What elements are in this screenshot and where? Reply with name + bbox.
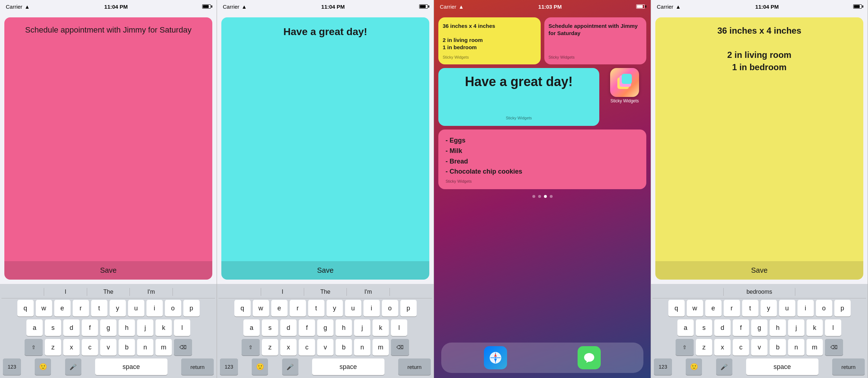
key-w-1[interactable]: w [36, 300, 52, 317]
key-g-1[interactable]: g [100, 319, 116, 336]
delete-key-4[interactable]: ⌫ [825, 339, 843, 356]
key-b-4[interactable]: b [770, 339, 786, 356]
key-l-1[interactable]: l [174, 319, 190, 336]
key-g-2[interactable]: g [317, 319, 333, 336]
key-m-4[interactable]: m [807, 339, 823, 356]
key-i-2[interactable]: i [363, 300, 380, 317]
key-h-4[interactable]: h [770, 319, 786, 336]
key-p-1[interactable]: p [183, 300, 200, 317]
key-q-1[interactable]: q [17, 300, 34, 317]
key-c-1[interactable]: c [82, 339, 98, 356]
key-x-2[interactable]: x [280, 339, 297, 356]
key-d-2[interactable]: d [280, 319, 297, 336]
key-e-1[interactable]: e [54, 300, 71, 317]
key-n-4[interactable]: n [788, 339, 804, 356]
key-a-1[interactable]: a [26, 319, 43, 336]
key-n-2[interactable]: n [354, 339, 370, 356]
safari-icon[interactable] [484, 346, 507, 369]
key-123-4[interactable]: 123 [654, 358, 672, 375]
key-o-2[interactable]: o [382, 300, 398, 317]
key-t-4[interactable]: t [742, 300, 758, 317]
return-key-1[interactable]: return [181, 358, 214, 375]
key-q-4[interactable]: q [668, 300, 685, 317]
note-text-1[interactable]: Schedule appointment with Jimmy for Satu… [4, 17, 212, 261]
key-a-4[interactable]: a [677, 319, 694, 336]
key-y-4[interactable]: y [761, 300, 777, 317]
key-m-2[interactable]: m [373, 339, 389, 356]
mic-key-2[interactable]: 🎤 [282, 358, 298, 375]
key-z-4[interactable]: z [696, 339, 712, 356]
key-u-2[interactable]: u [345, 300, 361, 317]
key-z-2[interactable]: z [262, 339, 278, 356]
return-key-2[interactable]: return [398, 358, 431, 375]
key-p-2[interactable]: p [400, 300, 417, 317]
key-n-1[interactable]: n [137, 339, 153, 356]
key-x-1[interactable]: x [63, 339, 80, 356]
mic-key-1[interactable]: 🎤 [65, 358, 81, 375]
key-j-1[interactable]: j [137, 319, 153, 336]
key-o-1[interactable]: o [165, 300, 181, 317]
key-u-4[interactable]: u [779, 300, 795, 317]
key-h-2[interactable]: h [336, 319, 352, 336]
space-key-1[interactable]: space [95, 358, 167, 375]
key-t-1[interactable]: t [91, 300, 107, 317]
return-key-4[interactable]: return [832, 358, 865, 375]
key-x-4[interactable]: x [714, 339, 731, 356]
key-f-4[interactable]: f [733, 319, 749, 336]
key-k-1[interactable]: k [156, 319, 172, 336]
key-s-1[interactable]: s [45, 319, 61, 336]
key-p-4[interactable]: p [834, 300, 851, 317]
key-s-2[interactable]: s [262, 319, 278, 336]
key-c-4[interactable]: c [733, 339, 749, 356]
delete-key-1[interactable]: ⌫ [174, 339, 192, 356]
key-y-1[interactable]: y [110, 300, 126, 317]
key-a-2[interactable]: a [243, 319, 260, 336]
messages-icon[interactable] [578, 346, 601, 369]
key-k-2[interactable]: k [373, 319, 389, 336]
key-b-2[interactable]: b [336, 339, 352, 356]
key-f-1[interactable]: f [82, 319, 98, 336]
key-h-1[interactable]: h [119, 319, 135, 336]
key-r-4[interactable]: r [724, 300, 740, 317]
key-u-1[interactable]: u [128, 300, 144, 317]
key-t-2[interactable]: t [308, 300, 324, 317]
key-w-2[interactable]: w [253, 300, 269, 317]
widget-pink-1[interactable]: Schedule appointment with Jimmy for Satu… [544, 17, 647, 64]
key-j-2[interactable]: j [354, 319, 370, 336]
key-r-1[interactable]: r [73, 300, 89, 317]
suggestion-the-2[interactable]: The [304, 289, 346, 295]
space-key-2[interactable]: space [312, 358, 384, 375]
key-f-2[interactable]: f [299, 319, 315, 336]
emoji-key-1[interactable]: 🙂 [35, 358, 51, 375]
space-key-4[interactable]: space [746, 358, 818, 375]
mic-key-4[interactable]: 🎤 [716, 358, 732, 375]
key-e-2[interactable]: e [271, 300, 288, 317]
suggestion-the-1[interactable]: The [87, 289, 129, 295]
note-text-4[interactable]: 36 inches x 4 inches2 in living room1 in… [655, 17, 863, 261]
shift-key-4[interactable]: ⇧ [676, 339, 694, 356]
delete-key-2[interactable]: ⌫ [391, 339, 409, 356]
key-l-2[interactable]: l [391, 319, 407, 336]
key-123-2[interactable]: 123 [220, 358, 238, 375]
widget-grocery[interactable]: - Eggs- Milk- Bread- Chocolate chip cook… [438, 129, 646, 189]
key-123-1[interactable]: 123 [3, 358, 21, 375]
key-o-4[interactable]: o [816, 300, 832, 317]
key-m-1[interactable]: m [156, 339, 172, 356]
suggestion-bedrooms-4[interactable]: bedrooms [724, 289, 795, 295]
widget-large-cyan[interactable]: Have a great day! Sticky Widgets [438, 68, 599, 126]
note-card-4[interactable]: 36 inches x 4 inches2 in living room1 in… [655, 17, 863, 280]
widget-yellow-1[interactable]: 36 inches x 4 inches2 in living room1 in… [438, 17, 541, 64]
key-s-4[interactable]: s [696, 319, 712, 336]
key-q-2[interactable]: q [234, 300, 251, 317]
key-v-4[interactable]: v [751, 339, 767, 356]
app-icon-wrapper[interactable]: Sticky Widgets [603, 68, 646, 103]
key-y-2[interactable]: y [327, 300, 343, 317]
key-k-4[interactable]: k [807, 319, 823, 336]
key-e-4[interactable]: e [705, 300, 722, 317]
suggestion-im-1[interactable]: I'm [130, 289, 172, 295]
suggestion-i-1[interactable]: I [44, 289, 86, 295]
key-r-2[interactable]: r [290, 300, 306, 317]
key-j-4[interactable]: j [788, 319, 804, 336]
note-card-1[interactable]: Schedule appointment with Jimmy for Satu… [4, 17, 212, 280]
key-i-1[interactable]: i [146, 300, 163, 317]
